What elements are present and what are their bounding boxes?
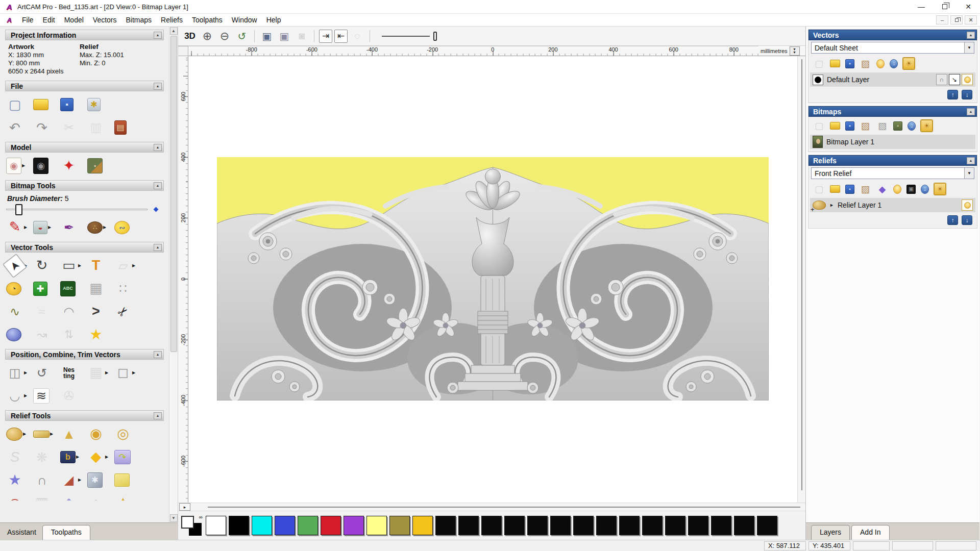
restore-button[interactable] [933, 0, 957, 13]
line-width-slider[interactable] [382, 31, 437, 42]
flyout-arrow-icon[interactable]: ▶ [78, 478, 81, 482]
new-model-icon[interactable]: ▢ [6, 96, 23, 113]
palette-swatch[interactable] [298, 516, 318, 535]
palette-swatch[interactable] [229, 516, 249, 535]
flyout-arrow-icon[interactable]: ▶ [24, 370, 27, 375]
snap-layer-icon[interactable]: ↘ [949, 74, 960, 85]
paint-icon[interactable]: ✎ [6, 219, 23, 236]
previous-view-button[interactable]: ⇥ [319, 30, 332, 43]
layer-colour-swatch[interactable] [813, 74, 823, 85]
pan-view-icon[interactable]: ◌ [350, 29, 365, 44]
copy-icon[interactable]: ▥ [87, 119, 105, 136]
texture-wizard-icon[interactable]: ✱ [87, 472, 103, 488]
view-3d-button[interactable]: 3D [182, 29, 198, 44]
layer-visibility-icon[interactable] [962, 199, 973, 211]
invert-relief-icon[interactable]: ▣ [906, 185, 916, 194]
freehand-draw-icon[interactable]: ≈ [33, 303, 51, 320]
two-rail-sweep-icon[interactable]: ◠ [6, 494, 23, 501]
primary-colour-swatch[interactable] [181, 516, 194, 529]
create-arc-icon[interactable]: ◠ [60, 303, 78, 320]
mdi-minimize-button[interactable]: – [936, 15, 948, 24]
lighting-icon[interactable]: ✦ [60, 157, 78, 174]
collapse-vectors-icon[interactable]: ▲ [967, 32, 975, 39]
collapse-section-icon[interactable]: ▲ [154, 244, 162, 251]
palette-swatch[interactable] [206, 516, 226, 535]
palette-swatch[interactable] [734, 516, 754, 535]
move-layer-up-icon[interactable]: ↑ [947, 215, 958, 225]
chevron-down-icon[interactable]: ▼ [964, 42, 974, 53]
group-vectors-icon[interactable]: ◻ [114, 364, 132, 382]
collapse-section-icon[interactable]: ▲ [154, 32, 162, 39]
model-properties-icon[interactable]: ✱ [87, 98, 101, 111]
flyout-arrow-icon[interactable]: ▶ [132, 370, 135, 375]
slider-handle[interactable] [15, 204, 22, 215]
canvas-vertical-scrollbar[interactable] [797, 56, 805, 503]
block-copy-icon[interactable]: ▦ [87, 364, 105, 382]
offset-relief-icon[interactable]: ◎ [114, 425, 132, 443]
collapse-section-icon[interactable]: ▲ [154, 351, 162, 358]
palette-swatch[interactable] [458, 516, 479, 535]
flyout-arrow-icon[interactable]: ▶ [76, 455, 79, 459]
turn-relief-icon[interactable]: ✦ [114, 494, 132, 501]
collapse-reliefs-icon[interactable]: ▲ [967, 157, 975, 164]
vector-layer-row[interactable]: Default Layer ∩ ↘ [810, 72, 975, 87]
close-button[interactable]: ✕ [957, 0, 980, 13]
palette-swatch[interactable] [619, 516, 640, 535]
menu-item-help[interactable]: Help [262, 15, 286, 25]
bevel-vectors-icon[interactable]: > [87, 303, 105, 320]
flyout-arrow-icon[interactable]: ▶ [24, 225, 27, 230]
node-editing-icon[interactable]: ∷ [114, 280, 132, 297]
flyout-arrow-icon[interactable]: ▶ [103, 225, 106, 230]
colour-picker-icon[interactable]: ✒ [60, 219, 78, 236]
create-dome-icon[interactable] [6, 328, 21, 341]
toggle-visibility-icon[interactable] [893, 185, 901, 194]
vertical-scroll-thumb[interactable] [801, 59, 802, 490]
save-layer-icon[interactable]: ▪ [845, 59, 854, 68]
menu-item-toolpaths[interactable]: Toolpaths [187, 15, 227, 25]
star-relief-icon[interactable]: ★ [6, 471, 23, 489]
save-layer-icon[interactable]: ▪ [845, 185, 854, 194]
horizontal-scroll-thumb[interactable] [208, 507, 800, 508]
new-layer-icon[interactable]: ▢ [813, 58, 825, 69]
collapse-section-icon[interactable]: ▲ [154, 182, 162, 189]
relief-select[interactable]: Front Relief ▼ [811, 167, 974, 179]
spin-relief-icon[interactable]: ● [87, 494, 105, 501]
chevron-down-icon[interactable]: ▼ [964, 168, 974, 179]
zoom-out-icon[interactable]: ⊖ [217, 29, 232, 44]
open-model-icon[interactable] [33, 99, 48, 110]
flyout-arrow-icon[interactable]: ▶ [78, 263, 81, 268]
scroll-up-icon[interactable]: ▲ [170, 27, 178, 35]
dome-relief-icon[interactable]: ◉ [87, 425, 105, 443]
palette-swatch[interactable] [573, 516, 594, 535]
smooth-relief-icon[interactable]: ▲ [60, 425, 78, 443]
delete-layer-icon[interactable]: ▯ [890, 59, 898, 68]
tab-assistant[interactable]: Assistant [4, 525, 42, 540]
merge-layers-icon[interactable]: ▨ [860, 58, 871, 69]
units-dropdown-button[interactable]: ▼▼ [790, 46, 800, 56]
link-colours-icon[interactable]: ∾ [114, 221, 130, 234]
zoom-object-icon[interactable]: ◙ [294, 29, 309, 44]
collapse-bitmaps-icon[interactable]: ▲ [967, 108, 975, 115]
flyout-arrow-icon[interactable]: ▶ [105, 455, 108, 459]
merge-layers-icon[interactable]: ▨ [860, 120, 871, 132]
fit-vectors-icon[interactable]: ▦ [87, 280, 105, 297]
scroll-down-icon[interactable]: ▼ [170, 514, 178, 522]
flyout-arrow-icon[interactable]: ▶ [48, 225, 51, 230]
expand-layer-icon[interactable]: ► [829, 203, 834, 208]
flyout-arrow-icon[interactable]: ▶ [105, 370, 108, 375]
weave-wizard-icon[interactable]: ❋ [33, 448, 51, 466]
zoom-fit-icon[interactable]: ▣ [259, 29, 275, 44]
menu-item-file[interactable]: File [17, 15, 38, 25]
palette-swatch[interactable] [688, 516, 708, 535]
vector-sheet-select[interactable]: Default Sheet ▼ [811, 42, 974, 54]
stamp-relief-icon[interactable]: ◆ [87, 448, 105, 466]
menu-item-window[interactable]: Window [227, 15, 262, 25]
create-star-icon[interactable]: ★ [87, 326, 105, 343]
layer-visibility-icon[interactable] [962, 74, 973, 85]
flyout-arrow-icon[interactable]: ▶ [22, 163, 25, 168]
mdi-restore-button[interactable] [950, 15, 963, 24]
palette-swatch[interactable] [435, 516, 456, 535]
pane-toggle-icon[interactable]: ▸ [179, 503, 190, 511]
move-layer-down-icon[interactable]: ↓ [962, 90, 972, 99]
bitmap-layer-row[interactable]: Bitmap Layer 1 [810, 135, 975, 149]
